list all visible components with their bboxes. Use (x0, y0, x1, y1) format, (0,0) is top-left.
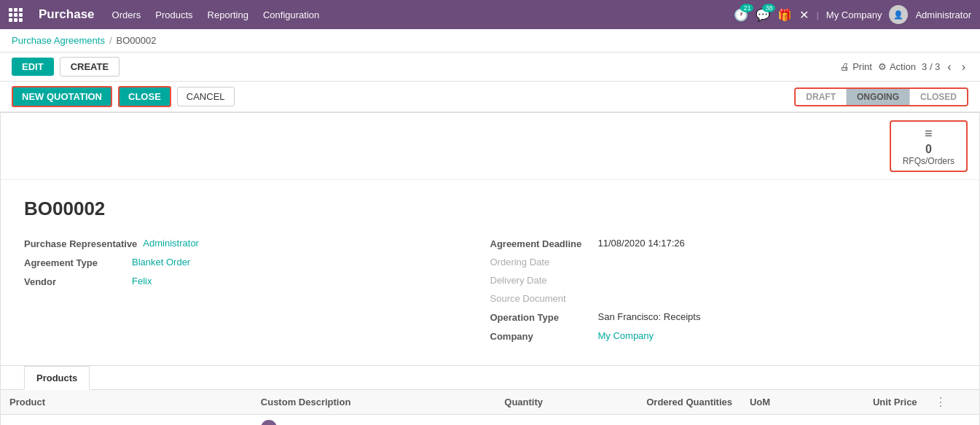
tab-products[interactable]: Products (24, 366, 90, 390)
operation-type-value: San Francisco: Receipts (598, 311, 701, 322)
purchase-representative-label: Purchase Representative (24, 238, 137, 249)
top-navigation: Purchase Orders Products Reporting Confi… (0, 0, 980, 29)
col-menu: ⋮ (926, 390, 979, 415)
company-value[interactable]: My Company (598, 330, 654, 341)
main-content: ≡ 0 RFQs/Orders BO00002 Purchase Represe… (0, 112, 980, 425)
col-ordered: Ordered Quantities (552, 390, 741, 415)
action-button[interactable]: ⚙ Action (878, 61, 916, 72)
vendor-row: Vendor Felix (24, 276, 490, 287)
rfq-label: RFQs/Orders (903, 156, 954, 166)
company-row: Company My Company (490, 330, 957, 342)
action-bar: EDIT CREATE 🖨 Print ⚙ Action 3 / 3 ‹ › (0, 52, 980, 82)
rfq-button-container: ≡ 0 RFQs/Orders (1, 113, 979, 180)
next-page-button[interactable]: › (959, 61, 968, 74)
cell-product: [FURN_0006] Monitor Stand (1, 415, 252, 426)
products-table: Product Custom Description Quantity Orde… (1, 390, 979, 425)
table-body: [FURN_0006] Monitor Stand 25.00 0.00 Uni… (1, 415, 979, 426)
ordering-date-label: Ordering Date (490, 257, 592, 268)
table-menu-button[interactable]: ⋮ (935, 395, 946, 409)
status-draft[interactable]: DRAFT (796, 89, 847, 105)
nav-separator: | (816, 9, 818, 20)
user-label[interactable]: Administrator (915, 9, 971, 20)
source-document-label: Source Document (490, 293, 592, 304)
source-document-row: Source Document (490, 293, 957, 304)
messages-icon-wrapper[interactable]: 💬 38 (756, 8, 770, 22)
purchase-representative-value[interactable]: Administrator (143, 238, 199, 249)
workflow-bar: NEW QUOTATION CLOSE CANCEL DRAFT ONGOING… (0, 82, 980, 112)
breadcrumb: Purchase Agreements / BO00002 (0, 29, 980, 52)
nav-reporting[interactable]: Reporting (208, 7, 248, 23)
print-button[interactable]: 🖨 Print (840, 61, 872, 72)
messages-badge: 38 (762, 4, 775, 12)
cell-uom: Units (741, 415, 812, 426)
table-header: Product Custom Description Quantity Orde… (1, 390, 979, 415)
breadcrumb-current: BO00002 (117, 35, 157, 46)
col-description: Custom Description (252, 390, 450, 415)
tabs-container: Products Product Custom Description Quan… (1, 365, 979, 425)
form-left: Purchase Representative Administrator Ag… (24, 238, 490, 345)
company-label-field: Company (490, 330, 592, 342)
purchase-representative-row: Purchase Representative Administrator (24, 238, 490, 249)
record-form: BO00002 Purchase Representative Administ… (1, 180, 979, 356)
rfq-icon: ≡ (925, 126, 933, 141)
description-badge (261, 420, 277, 425)
table-row: [FURN_0006] Monitor Stand 25.00 0.00 Uni… (1, 415, 979, 426)
col-quantity: Quantity (449, 390, 552, 415)
vendor-label: Vendor (24, 276, 126, 287)
cell-unit-price: 25.00 (812, 415, 925, 426)
prev-page-button[interactable]: ‹ (944, 61, 954, 74)
delivery-date-row: Delivery Date (490, 275, 957, 286)
col-unit-price: Unit Price (812, 390, 925, 415)
create-button[interactable]: CREATE (60, 57, 119, 77)
clock-icon-wrapper[interactable]: 🕐 21 (734, 8, 748, 22)
cell-quantity: 25.00 (449, 415, 552, 426)
vendor-value[interactable]: Felix (132, 276, 152, 286)
grid-icon[interactable] (9, 8, 23, 22)
edit-button[interactable]: EDIT (12, 58, 54, 76)
record-id: BO00002 (24, 198, 956, 220)
breadcrumb-separator: / (109, 35, 112, 46)
close-icon[interactable]: ✕ (799, 8, 809, 22)
close-workflow-button[interactable]: CLOSE (118, 86, 171, 107)
avatar[interactable]: 👤 (889, 5, 908, 24)
cell-row-menu (926, 415, 979, 426)
form-right: Agreement Deadline 11/08/2020 14:17:26 O… (490, 238, 957, 345)
cell-description (252, 415, 450, 426)
rfq-orders-button[interactable]: ≡ 0 RFQs/Orders (890, 120, 968, 172)
ordering-date-row: Ordering Date (490, 257, 957, 268)
operation-type-label: Operation Type (490, 311, 592, 323)
cancel-button[interactable]: CANCEL (177, 87, 235, 106)
col-uom: UoM (741, 390, 812, 415)
printer-icon: 🖨 (840, 61, 850, 72)
agreement-type-row: Agreement Type Blanket Order (24, 257, 490, 268)
agreement-deadline-row: Agreement Deadline 11/08/2020 14:17:26 (490, 238, 957, 249)
agreement-deadline-label: Agreement Deadline (490, 238, 592, 249)
delivery-date-label: Delivery Date (490, 275, 592, 286)
nav-products[interactable]: Products (155, 7, 192, 23)
status-ongoing[interactable]: ONGOING (847, 89, 910, 105)
rfq-count: 0 (925, 143, 932, 156)
breadcrumb-parent[interactable]: Purchase Agreements (12, 35, 105, 46)
status-bar: DRAFT ONGOING CLOSED (794, 87, 968, 106)
nav-orders[interactable]: Orders (112, 7, 141, 23)
agreement-type-value[interactable]: Blanket Order (132, 257, 190, 268)
nav-links: Orders Products Reporting Configuration (112, 7, 723, 23)
app-name: Purchase (39, 7, 95, 22)
agreement-type-label: Agreement Type (24, 257, 126, 268)
action-label: Action (890, 61, 916, 72)
page-navigation: 3 / 3 ‹ › (922, 61, 968, 74)
clock-badge: 21 (740, 4, 753, 12)
company-label[interactable]: My Company (826, 9, 882, 20)
gift-icon[interactable]: 🎁 (777, 8, 792, 22)
print-label: Print (852, 61, 872, 72)
page-info: 3 / 3 (922, 61, 940, 72)
form-grid: Purchase Representative Administrator Ag… (24, 238, 956, 345)
gear-icon: ⚙ (878, 61, 887, 72)
status-closed[interactable]: CLOSED (910, 89, 967, 105)
new-quotation-button[interactable]: NEW QUOTATION (12, 86, 112, 107)
cell-ordered: 0.00 (552, 415, 741, 426)
operation-type-row: Operation Type San Francisco: Receipts (490, 311, 957, 323)
nav-icons: 🕐 21 💬 38 🎁 ✕ | My Company 👤 Administrat… (734, 5, 971, 24)
tab-list: Products (1, 366, 979, 390)
nav-configuration[interactable]: Configuration (263, 7, 319, 23)
